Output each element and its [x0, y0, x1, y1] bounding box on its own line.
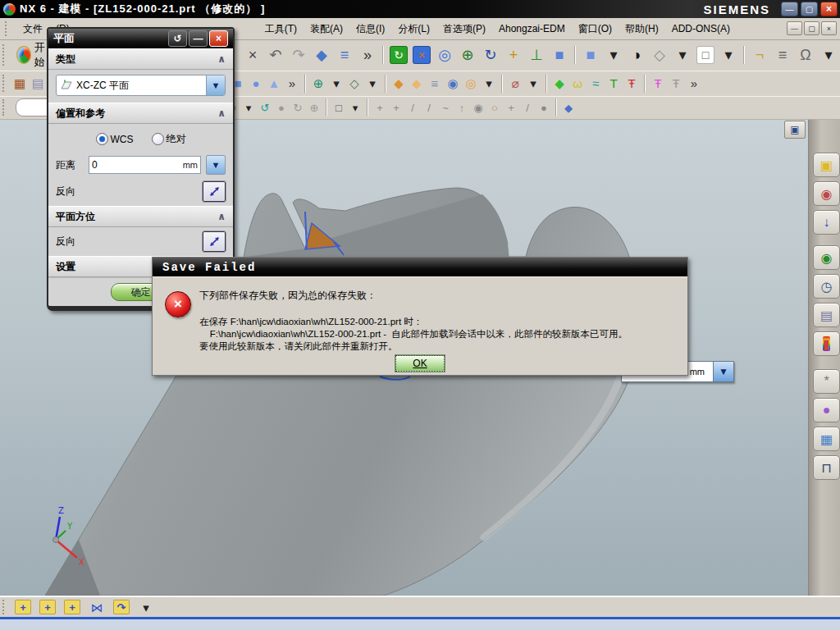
save-dialog-titlebar[interactable]: Save Failed: [153, 258, 687, 276]
dropdown-caret[interactable]: ▾: [347, 99, 363, 116]
bolt-stack-icon[interactable]: ≡: [771, 43, 794, 66]
edit-object-display-icon[interactable]: ≡: [333, 43, 356, 66]
dropdown-caret[interactable]: ▾: [363, 75, 381, 93]
pan-icon[interactable]: +: [502, 43, 525, 66]
system-scene-button[interactable]: *: [813, 369, 840, 394]
wcs-orient-icon[interactable]: ⊥: [525, 43, 548, 66]
reverse-direction-button[interactable]: [203, 181, 226, 202]
snap-quadrant-icon[interactable]: ↑: [454, 99, 470, 116]
snap-point-icon[interactable]: +: [503, 99, 519, 116]
show-result-icon[interactable]: ◆: [560, 99, 577, 116]
zoom-window-icon[interactable]: ◎: [433, 43, 456, 66]
dropdown-caret[interactable]: ▾: [671, 43, 694, 66]
orientation-section-header[interactable]: 平面方位 ∧: [48, 206, 233, 227]
reverse-orientation-button[interactable]: [203, 231, 226, 252]
spring-icon[interactable]: ≈: [587, 75, 605, 93]
constraint-navigator-button[interactable]: ◉: [813, 181, 840, 206]
snap-center-icon[interactable]: ◉: [470, 99, 486, 116]
plane-dialog-close-button[interactable]: ×: [209, 30, 228, 47]
snap-free-icon[interactable]: +: [388, 99, 404, 116]
user-tools-button[interactable]: ●: [813, 398, 840, 422]
distance-unit-dropdown-button[interactable]: ▼: [206, 155, 226, 175]
snap-circle-icon[interactable]: ○: [486, 99, 503, 116]
translate-point-icon[interactable]: ⊕: [306, 99, 322, 116]
collapse-chevron-icon[interactable]: ∧: [217, 107, 226, 119]
menubar-grip[interactable]: [5, 21, 10, 36]
window-close-button[interactable]: ×: [820, 2, 838, 16]
hex-nut-icon[interactable]: ◆: [550, 75, 568, 93]
datum-plane-icon[interactable]: ◇: [345, 75, 363, 93]
tower-fixture-icon[interactable]: Ŧ: [623, 75, 641, 93]
new-component-icon[interactable]: +: [37, 598, 58, 616]
menu-file[interactable]: 文件: [16, 20, 49, 39]
toolbar-overflow-chevron[interactable]: »: [356, 43, 379, 66]
internet-browser-button[interactable]: ◉: [813, 245, 840, 270]
toolbar-overflow-chevron[interactable]: »: [685, 75, 703, 93]
roles-button[interactable]: ▮: [813, 331, 840, 356]
rectangle-select-icon[interactable]: □: [331, 99, 347, 116]
menu-window[interactable]: 窗口(O): [572, 20, 619, 39]
menu-assemblies[interactable]: 装配(A): [304, 20, 349, 39]
new-sheet-icon[interactable]: ▤: [29, 75, 47, 93]
diameter-dimension-icon[interactable]: ⌀: [506, 75, 524, 93]
toolbar-overflow-chevron[interactable]: »: [283, 75, 301, 93]
dropdown-caret[interactable]: ▾: [327, 75, 345, 93]
plane-type-dropdown-button[interactable]: ▼: [206, 75, 225, 95]
dropdown-caret[interactable]: ▾: [602, 43, 625, 66]
toolbar-grip[interactable]: [2, 600, 7, 614]
reverse-orient-icon[interactable]: ↺: [257, 99, 273, 116]
snap-midpoint-icon[interactable]: /: [421, 99, 437, 116]
menu-analysis[interactable]: 分析(L): [391, 20, 436, 39]
redo-icon[interactable]: ↷: [287, 43, 310, 66]
history-button[interactable]: ◷: [813, 274, 840, 299]
undo-icon[interactable]: ↶: [264, 43, 287, 66]
edge-blend-icon[interactable]: ◆: [408, 75, 426, 93]
add-instance-icon[interactable]: +: [62, 598, 83, 616]
snap-solid-icon[interactable]: ●: [536, 99, 552, 116]
materials-palette-button[interactable]: ▤: [813, 303, 840, 327]
menu-help[interactable]: 帮助(H): [619, 20, 665, 39]
snap-drag-icon[interactable]: +: [372, 99, 388, 116]
dropdown-caret[interactable]: ▾: [717, 43, 740, 66]
menu-tools[interactable]: 工具(T): [258, 20, 304, 39]
plane-type-combo[interactable]: XC-ZC 平面 ▼: [56, 75, 226, 96]
dropdown-caret[interactable]: ▾: [817, 43, 840, 66]
zoom-in-icon[interactable]: ⊕: [456, 43, 479, 66]
delete-icon[interactable]: ×: [241, 43, 264, 66]
sphere-tool-icon[interactable]: ●: [273, 99, 290, 116]
part-navigator-button[interactable]: ↓: [813, 210, 840, 235]
window-restore-button[interactable]: ▢: [801, 2, 818, 16]
sketch-icon[interactable]: ⊕: [309, 75, 327, 93]
hole-icon[interactable]: ◉: [444, 75, 462, 93]
rotate-view-icon[interactable]: ↻: [479, 43, 502, 66]
shaded-view-icon[interactable]: ■: [579, 43, 602, 66]
mdi-close-button[interactable]: ×: [821, 21, 837, 35]
distance-input[interactable]: [89, 159, 139, 171]
clamp-icon[interactable]: ω: [568, 75, 587, 93]
snap-slash-icon[interactable]: /: [519, 99, 536, 116]
mirror-assembly-icon[interactable]: ⋈: [86, 598, 107, 616]
refresh-icon[interactable]: ↻: [387, 43, 410, 66]
snap-endpoint-icon[interactable]: /: [404, 99, 421, 116]
fit-view-icon[interactable]: ×: [410, 43, 433, 66]
unit-dropdown-button[interactable]: ▼: [713, 362, 733, 381]
menu-information[interactable]: 信息(I): [349, 20, 391, 39]
thread-icon[interactable]: ≡: [426, 75, 444, 93]
plane-dialog-minimize-button[interactable]: —: [189, 30, 208, 47]
menu-addons[interactable]: ADD-ONS(A): [665, 21, 737, 37]
toolbar-grip[interactable]: [2, 75, 7, 93]
gray-bolt-icon[interactable]: Ŧ: [667, 75, 685, 93]
screw-save-icon[interactable]: Ω: [794, 43, 817, 66]
face-analysis-icon[interactable]: ◑: [625, 43, 648, 66]
dropdown-caret[interactable]: ▾: [524, 75, 542, 93]
window-minimize-button[interactable]: —: [781, 2, 798, 16]
toolbar-grip[interactable]: [2, 44, 7, 66]
perspective-cube-icon[interactable]: ■: [548, 43, 571, 66]
offset-section-header[interactable]: 偏置和参考 ∧: [48, 103, 233, 124]
cone-tool-icon[interactable]: ▲: [265, 75, 283, 93]
viewport-clip-button[interactable]: ▣: [784, 121, 806, 139]
menu-preferences[interactable]: 首选项(P): [436, 20, 492, 39]
pocket-icon[interactable]: ◎: [462, 75, 480, 93]
absolute-radio[interactable]: 绝对: [152, 132, 186, 146]
pink-bolt-icon[interactable]: Ŧ: [649, 75, 667, 93]
